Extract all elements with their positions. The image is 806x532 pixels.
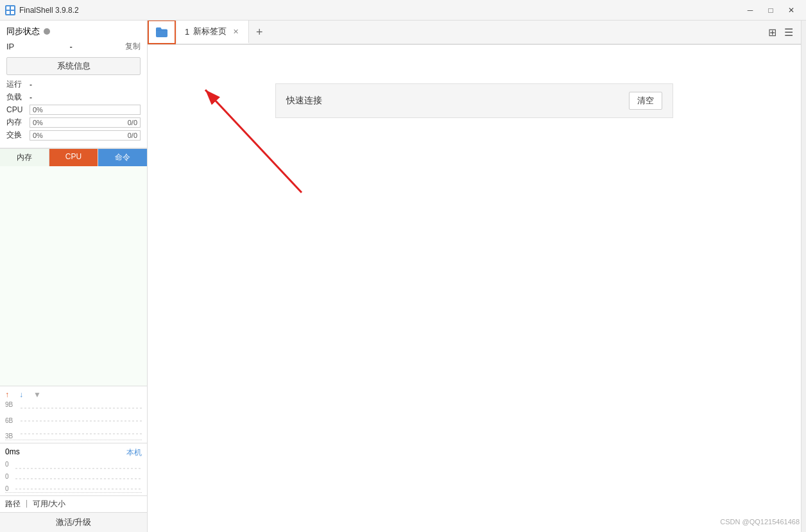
mem-label: 内存 — [6, 117, 30, 128]
mem-row: 内存 0% 0/0 — [6, 117, 141, 128]
mem-bar: 0% 0/0 — [30, 117, 141, 128]
tab-number: 1 — [185, 27, 189, 37]
folder-icon — [155, 26, 169, 38]
tab-command[interactable]: 命令 — [98, 149, 147, 166]
network-section: ↑ ↓ ▼ 9B 6B 3B — [0, 386, 147, 443]
cpu-bar: 0% — [30, 105, 141, 115]
tab-cpu[interactable]: CPU — [49, 149, 99, 166]
cpu-value: 0% — [33, 106, 43, 114]
main-area: 1 新标签页 ✕ + ⊞ ☰ — [148, 21, 801, 532]
net-sort-arrow: ▼ — [33, 390, 41, 399]
swap-value: 0% — [33, 132, 43, 139]
app-title: FinalShell 3.9.8.2 — [19, 6, 741, 15]
sidebar-top: 同步状态 IP - 复制 系统信息 运行 - 负载 - — [0, 21, 147, 148]
load-value: - — [30, 93, 32, 102]
cpu-row: CPU 0% — [6, 105, 141, 115]
svg-rect-2 — [6, 11, 10, 14]
add-tab-button[interactable]: + — [249, 22, 270, 42]
quick-connect-box: 快速连接 清空 — [275, 83, 673, 118]
file-divider: | — [26, 499, 28, 510]
run-row: 运行 - — [6, 79, 141, 90]
svg-rect-0 — [6, 6, 10, 10]
ping-chart-svg — [5, 461, 142, 493]
ping-local: 本机 — [126, 447, 142, 458]
tab-bar-right: ⊞ ☰ — [766, 25, 801, 40]
title-bar: FinalShell 3.9.8.2 ─ □ ✕ — [0, 0, 806, 21]
tab-close-button[interactable]: ✕ — [230, 26, 241, 37]
ip-label: IP — [6, 42, 14, 51]
quick-connect-label: 快速连接 — [286, 95, 621, 107]
swap-bar: 0% 0/0 — [30, 130, 141, 141]
svg-rect-1 — [11, 6, 14, 10]
swap-extra: 0/0 — [128, 132, 137, 139]
mem-extra: 0/0 — [128, 119, 137, 126]
app-icon — [5, 5, 15, 15]
sys-info-button[interactable]: 系统信息 — [6, 57, 141, 75]
swap-label: 交换 — [6, 130, 30, 141]
tab-item-1[interactable]: 1 新标签页 ✕ — [177, 21, 249, 44]
load-row: 负载 - — [6, 92, 141, 103]
svg-rect-3 — [11, 11, 14, 14]
file-path-label: 路径 — [5, 499, 21, 510]
monitor-tabs: 内存 CPU 命令 — [0, 148, 147, 166]
tab-memory[interactable]: 内存 — [0, 149, 49, 166]
tab-bar: 1 新标签页 ✕ + ⊞ ☰ — [148, 21, 801, 45]
ip-value: - — [69, 42, 72, 51]
window-controls: ─ □ ✕ — [741, 3, 801, 17]
file-section: 路径 | 可用/大小 — [0, 495, 147, 512]
run-label: 运行 — [6, 79, 30, 90]
net-down-arrow: ↓ — [19, 390, 23, 399]
right-scrollbar — [801, 21, 806, 532]
net-up-arrow: ↑ — [5, 390, 9, 399]
net-chart-svg — [5, 402, 142, 440]
main-content: 快速连接 清空 — [148, 45, 801, 532]
sync-status-row: 同步状态 — [6, 26, 141, 37]
sidebar: 同步状态 IP - 复制 系统信息 运行 - 负载 - — [0, 21, 148, 532]
sync-dot — [44, 28, 50, 35]
monitor-content-area — [0, 166, 147, 386]
mem-value: 0% — [33, 119, 43, 126]
ping-header: 0ms 本机 — [5, 447, 142, 458]
load-label: 负载 — [6, 92, 30, 103]
network-chart: 9B 6B 3B — [5, 402, 142, 440]
ip-row: IP - 复制 — [6, 41, 141, 52]
cpu-label: CPU — [6, 105, 30, 114]
ping-section: 0ms 本机 0 0 0 — [0, 443, 147, 495]
clear-button[interactable]: 清空 — [629, 92, 662, 110]
view-grid-button[interactable]: ⊞ — [766, 25, 779, 40]
maximize-button[interactable]: □ — [761, 3, 780, 17]
ping-ms: 0ms — [5, 447, 20, 458]
copy-ip-button[interactable]: 复制 — [125, 41, 141, 52]
folder-button[interactable] — [148, 21, 176, 44]
ping-chart: 0 0 0 — [5, 461, 142, 493]
app-body: 同步状态 IP - 复制 系统信息 运行 - 负载 - — [0, 21, 806, 532]
tab-name: 新标签页 — [193, 26, 227, 37]
activate-button[interactable]: 激活/升级 — [0, 512, 147, 532]
watermark: CSDN @QQ1215461468 — [720, 518, 800, 526]
minimize-button[interactable]: ─ — [741, 3, 760, 17]
close-button[interactable]: ✕ — [782, 3, 801, 17]
network-header: ↑ ↓ ▼ — [5, 390, 142, 399]
file-size-label: 可用/大小 — [33, 499, 65, 510]
swap-row: 交换 0% 0/0 — [6, 130, 141, 141]
sync-status-label: 同步状态 — [6, 26, 40, 37]
run-value: - — [30, 80, 32, 89]
view-list-button[interactable]: ☰ — [782, 25, 796, 40]
